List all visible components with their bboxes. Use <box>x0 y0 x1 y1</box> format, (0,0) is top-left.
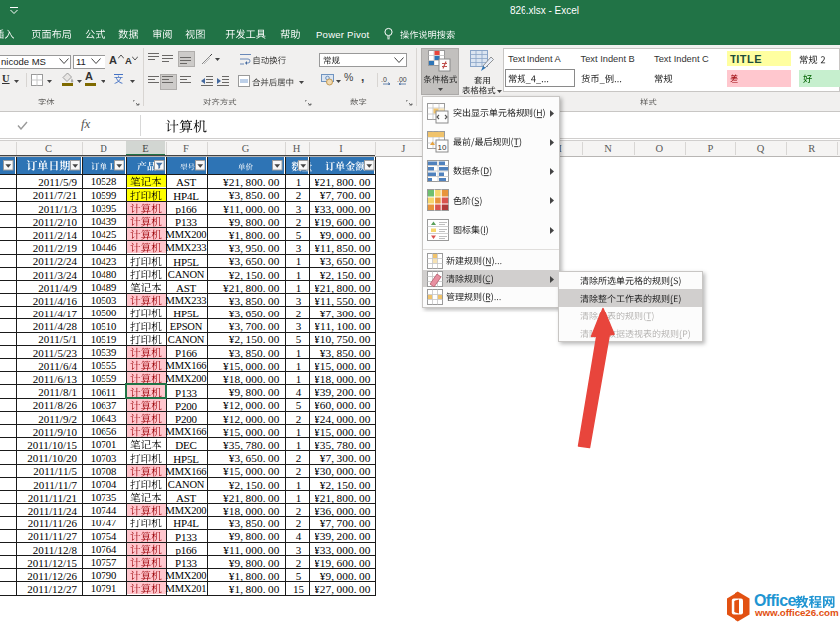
svg-text:.0: .0 <box>381 76 387 83</box>
svg-text:10: 10 <box>438 143 447 152</box>
svg-text:.00: .00 <box>397 76 407 83</box>
